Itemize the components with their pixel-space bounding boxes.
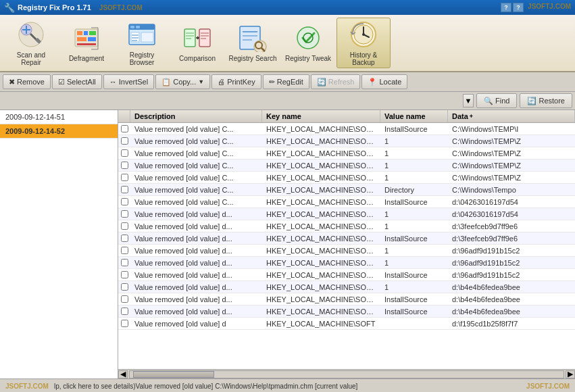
h-scroll-right[interactable]: ▶ bbox=[566, 370, 575, 378]
table-row[interactable]: Value removed [old value] C... HKEY_LOCA… bbox=[118, 196, 575, 208]
toolbar-defragment[interactable]: Defragment bbox=[59, 18, 114, 68]
svg-rect-20 bbox=[184, 29, 195, 47]
row-checkbox[interactable] bbox=[118, 162, 130, 169]
restore-button[interactable]: 🔄 Restore bbox=[520, 93, 572, 108]
table-row[interactable]: Value removed [old value] d... HKEY_LOCA… bbox=[118, 257, 575, 269]
table-row[interactable]: Value removed [old value] d... HKEY_LOCA… bbox=[118, 305, 575, 318]
cell-value-name: Directory bbox=[380, 185, 448, 195]
h-scroll-thumb[interactable] bbox=[133, 371, 214, 378]
table-row[interactable]: Value removed [old value] C... HKEY_LOCA… bbox=[118, 184, 575, 196]
horizontal-scrollbar[interactable]: ◀ ▶ bbox=[118, 369, 575, 378]
col-value-name[interactable]: Value name bbox=[380, 110, 448, 122]
svg-rect-14 bbox=[136, 26, 140, 28]
row-checkbox[interactable] bbox=[118, 222, 130, 230]
cell-key-name: HKEY_LOCAL_MACHINE\SOFT... bbox=[262, 210, 380, 219]
status-watermark-left: JSOFTJ.COM bbox=[5, 383, 49, 390]
cell-value-name: 1 bbox=[380, 137, 448, 146]
cell-value-name: InstallSource bbox=[380, 234, 448, 243]
row-checkbox[interactable] bbox=[118, 235, 130, 242]
toolbar-registry-tweak[interactable]: Registry Tweak bbox=[281, 18, 335, 68]
print-key-icon: 🖨 bbox=[218, 78, 225, 86]
search-bar: ▼ 🔍 Find 🔄 Restore bbox=[0, 92, 575, 110]
cell-key-name: HKEY_LOCAL_MACHINE\SOFT... bbox=[262, 124, 380, 134]
row-checkbox[interactable] bbox=[118, 125, 130, 132]
toolbar: Scan and Repair Defragment bbox=[0, 15, 575, 72]
table-row[interactable]: Value removed [old value] d... HKEY_LOCA… bbox=[118, 208, 575, 220]
find-icon: 🔍 bbox=[484, 97, 493, 105]
col-data[interactable]: Data + bbox=[448, 110, 575, 122]
col-key-name[interactable]: Key name bbox=[262, 110, 380, 122]
table-row[interactable]: Value removed [old value] d... HKEY_LOCA… bbox=[118, 293, 575, 305]
locate-button[interactable]: 📍 Locate bbox=[361, 74, 407, 89]
toolbar-scan-repair[interactable]: Scan and Repair bbox=[4, 18, 58, 68]
sort-icon: + bbox=[470, 113, 473, 120]
table-row[interactable]: Value removed [old value] C... HKEY_LOCA… bbox=[118, 160, 575, 172]
row-checkbox[interactable] bbox=[118, 308, 130, 315]
help-btn[interactable]: ? bbox=[501, 3, 511, 12]
backup-item-2[interactable]: 2009-09-12-14-52 bbox=[0, 124, 118, 139]
copy-button[interactable]: 📋 Copy... ▼ bbox=[155, 74, 210, 89]
find-button[interactable]: 🔍 Find bbox=[476, 93, 517, 108]
info-btn[interactable]: ? bbox=[513, 3, 524, 12]
cell-key-name: HKEY_LOCAL_MACHINE\SOFT... bbox=[262, 137, 380, 146]
refresh-icon: 🔄 bbox=[317, 78, 326, 87]
cell-key-name: HKEY_LOCAL_MACHINE\SOFT... bbox=[262, 161, 380, 170]
defragment-label: Defragment bbox=[69, 55, 104, 62]
row-checkbox[interactable] bbox=[118, 137, 130, 145]
comparison-label: Comparison bbox=[179, 55, 216, 62]
table-row[interactable]: Value removed [old value] C... HKEY_LOCA… bbox=[118, 135, 575, 147]
h-scroll-left[interactable]: ◀ bbox=[118, 370, 128, 378]
table-row[interactable]: Value removed [old value] d... HKEY_LOCA… bbox=[118, 281, 575, 293]
row-checkbox[interactable] bbox=[118, 247, 130, 254]
toolbar-registry-search[interactable]: Registry Search bbox=[226, 18, 280, 68]
cell-key-name: HKEY_LOCAL_MACHINE\SOFT... bbox=[262, 270, 380, 280]
toolbar-history-backup[interactable]: History & Backup bbox=[336, 18, 391, 68]
table-row[interactable]: Value removed [old value] C... HKEY_LOCA… bbox=[118, 147, 575, 160]
row-checkbox[interactable] bbox=[118, 198, 130, 205]
refresh-button[interactable]: 🔄 Refresh bbox=[311, 74, 361, 89]
reg-edit-button[interactable]: ✏ RegEdit bbox=[263, 74, 309, 89]
table-row[interactable]: Value removed [old value] C... HKEY_LOCA… bbox=[118, 123, 575, 135]
table-row[interactable]: Value removed [old value] d... HKEY_LOCA… bbox=[118, 245, 575, 257]
table-row[interactable]: Value removed [old value] d... HKEY_LOCA… bbox=[118, 269, 575, 281]
table-row[interactable]: Value removed [old value] d HKEY_LOCAL_M… bbox=[118, 318, 575, 330]
row-checkbox[interactable] bbox=[118, 320, 130, 327]
row-checkbox[interactable] bbox=[118, 259, 130, 266]
cell-key-name: HKEY_LOCAL_MACHINE\SOFT... bbox=[262, 197, 380, 207]
row-checkbox[interactable] bbox=[118, 283, 130, 291]
dropdown-arrow[interactable]: ▼ bbox=[463, 94, 474, 107]
cell-key-name: HKEY_LOCAL_MACHINE\SOFT... bbox=[262, 222, 380, 231]
table-row[interactable]: Value removed [old value] d... HKEY_LOCA… bbox=[118, 220, 575, 232]
row-checkbox[interactable] bbox=[118, 271, 130, 278]
row-checkbox[interactable] bbox=[118, 174, 130, 181]
cell-value-name: InstallSource bbox=[380, 197, 448, 207]
cell-data: d:\3feefceb9d7ff9e6 bbox=[448, 222, 575, 231]
select-all-button[interactable]: ☑ SelectAll bbox=[52, 74, 102, 89]
comparison-icon bbox=[183, 24, 211, 52]
cell-description: Value removed [old value] C... bbox=[130, 197, 262, 207]
remove-button[interactable]: ✖ Remove bbox=[3, 74, 51, 89]
toolbar-registry-browser[interactable]: Registry Browser bbox=[115, 18, 169, 68]
svg-point-35 bbox=[297, 27, 319, 49]
row-checkbox[interactable] bbox=[118, 210, 130, 218]
cell-description: Value removed [old value] C... bbox=[130, 124, 262, 134]
table-row[interactable]: Value removed [old value] C... HKEY_LOCA… bbox=[118, 172, 575, 184]
print-key-button[interactable]: 🖨 PrintKey bbox=[211, 74, 261, 89]
toolbar-comparison[interactable]: Comparison bbox=[170, 18, 224, 68]
cell-key-name: HKEY_LOCAL_MACHINE\SOFT... bbox=[262, 234, 380, 243]
cell-data: C:\Windows\TEMP\I bbox=[448, 124, 575, 134]
row-checkbox[interactable] bbox=[118, 149, 130, 157]
title-bar-right: ? ? JSOFTJ.COM bbox=[501, 3, 571, 12]
table-row[interactable]: Value removed [old value] d... HKEY_LOCA… bbox=[118, 232, 575, 245]
invert-sel-button[interactable]: ↔ InvertSel bbox=[103, 74, 154, 89]
row-checkbox[interactable] bbox=[118, 295, 130, 303]
app-title: Registry Fix Pro 1.71 bbox=[18, 3, 91, 11]
registry-browser-icon bbox=[128, 20, 156, 49]
row-checkbox[interactable] bbox=[118, 186, 130, 193]
backup-item-1[interactable]: 2009-09-12-14-51 bbox=[0, 110, 118, 124]
cell-key-name: HKEY_LOCAL_MACHINE\SOFT... bbox=[262, 173, 380, 182]
h-scroll-track[interactable] bbox=[129, 370, 564, 378]
col-description[interactable]: Description bbox=[130, 110, 262, 122]
cell-key-name: HKEY_LOCAL_MACHINE\SOFT... bbox=[262, 185, 380, 195]
title-bar-left: 🔧 Registry Fix Pro 1.71 JSOFTJ.COM bbox=[4, 3, 143, 13]
